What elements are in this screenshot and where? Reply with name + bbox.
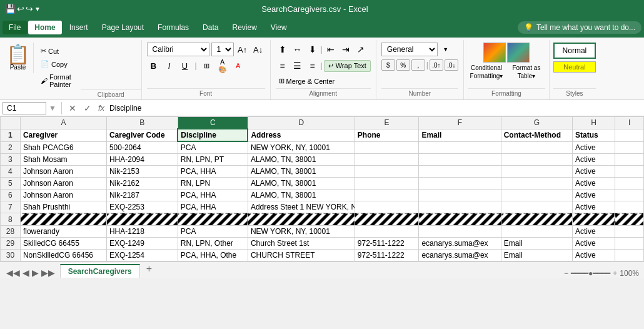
cell-h30[interactable]: Active — [572, 250, 615, 261]
cell-f3[interactable] — [419, 154, 501, 166]
col-header-d[interactable]: D — [248, 117, 355, 129]
cell-e6[interactable] — [355, 190, 419, 201]
cell-e5[interactable] — [355, 178, 419, 190]
confirm-formula-icon[interactable]: ✓ — [82, 103, 93, 113]
cell-a30[interactable]: NonSkilledCG 66456 — [20, 250, 106, 261]
cell-d6[interactable]: ALAMO, TN, 38001 — [248, 190, 355, 201]
cell-b6[interactable]: Nik-2187 — [106, 190, 178, 201]
copy-button[interactable]: 📄 Copy — [38, 58, 74, 70]
cell-d30[interactable]: CHURCH STREET — [248, 250, 355, 261]
cell-b5[interactable]: Nik-2162 — [106, 178, 178, 190]
cell-i4[interactable] — [615, 166, 644, 178]
paste-button[interactable]: 📋 Paste — [3, 43, 34, 73]
menu-file[interactable]: File — [3, 21, 27, 34]
menu-formulas[interactable]: Formulas — [151, 21, 195, 34]
decrease-decimal-btn[interactable]: .0↓ — [445, 59, 458, 71]
col-header-b[interactable]: B — [106, 117, 178, 129]
cell-h5[interactable]: Active — [572, 178, 615, 190]
zoom-in-btn[interactable]: + — [613, 269, 617, 278]
cell-g6[interactable] — [501, 190, 572, 201]
cell-d5[interactable]: ALAMO, TN, 38001 — [248, 178, 355, 190]
undo-icon[interactable]: ↩ — [17, 4, 24, 14]
cell-e28[interactable] — [355, 226, 419, 238]
cell-b29[interactable]: EXQ-1249 — [106, 238, 178, 250]
cell-c29[interactable]: RN, LPN, Other — [178, 238, 248, 250]
cell-f2[interactable] — [419, 141, 501, 154]
cell-e30[interactable]: 972-511-1222 — [355, 250, 419, 261]
bold-button[interactable]: B — [147, 59, 161, 73]
number-format-dropdown[interactable]: ▼ — [439, 43, 453, 56]
cell-g28[interactable] — [501, 226, 572, 238]
cell-e4[interactable] — [355, 166, 419, 178]
cell-g7[interactable] — [501, 201, 572, 213]
cell-c1[interactable]: Discipline — [178, 129, 248, 141]
cell-i29[interactable] — [615, 238, 644, 250]
cell-f29[interactable]: ecanarys.suma@ex — [419, 238, 501, 250]
menu-data[interactable]: Data — [196, 21, 224, 34]
zoom-out-btn[interactable]: − — [564, 269, 568, 278]
neutral-style-button[interactable]: Neutral — [553, 61, 596, 73]
cell-b2[interactable]: 500-2064 — [106, 141, 178, 154]
align-middle-btn[interactable]: ↔ — [291, 43, 304, 56]
cell-b3[interactable]: HHA-2094 — [106, 154, 178, 166]
cell-c28[interactable]: PCA — [178, 226, 248, 238]
align-top-btn[interactable]: ⬆ — [276, 43, 289, 56]
formula-input[interactable] — [109, 104, 641, 113]
cell-h2[interactable]: Active — [572, 141, 615, 154]
cell-i3[interactable] — [615, 154, 644, 166]
cell-a6[interactable]: Johnson Aaron — [20, 190, 106, 201]
align-bottom-btn[interactable]: ⬇ — [306, 43, 319, 56]
cell-i28[interactable] — [615, 226, 644, 238]
cell-c3[interactable]: RN, LPN, PT — [178, 154, 248, 166]
col-header-a[interactable]: A — [20, 117, 106, 129]
cell-c6[interactable]: PCA, HHA — [178, 190, 248, 201]
save-icon[interactable]: 💾 — [5, 4, 16, 14]
cell-i7[interactable] — [615, 201, 644, 213]
cell-e1[interactable]: Phone — [355, 129, 419, 141]
cell-f7[interactable] — [419, 201, 501, 213]
italic-button[interactable]: I — [163, 59, 176, 73]
cell-e3[interactable] — [355, 154, 419, 166]
cell-e2[interactable] — [355, 141, 419, 154]
cell-a3[interactable]: Shah Mosam — [20, 154, 106, 166]
cell-g2[interactable] — [501, 141, 572, 154]
comma-btn[interactable]: , — [411, 59, 425, 71]
cell-f1[interactable]: Email — [419, 129, 501, 141]
cell-i30[interactable] — [615, 250, 644, 261]
cancel-formula-icon[interactable]: ✕ — [67, 103, 78, 113]
col-header-g[interactable]: G — [501, 117, 572, 129]
cell-c7[interactable]: PCA, HHA — [178, 201, 248, 213]
cell-e7[interactable] — [355, 201, 419, 213]
align-left-btn[interactable]: ≡ — [276, 59, 289, 73]
font-name-select[interactable]: Calibri — [147, 43, 209, 56]
cell-a7[interactable]: Shah Prushthi — [20, 201, 106, 213]
cell-c2[interactable]: PCA — [178, 141, 248, 154]
cell-b30[interactable]: EXQ-1254 — [106, 250, 178, 261]
decrease-font-btn[interactable]: A↓ — [251, 43, 265, 56]
cell-g30[interactable]: Email — [501, 250, 572, 261]
format-painter-button[interactable]: 🖌 Format Painter — [38, 71, 74, 90]
cell-c5[interactable]: RN, LPN — [178, 178, 248, 190]
align-center-btn[interactable]: ☰ — [291, 59, 304, 73]
quick-access-dropdown-icon[interactable]: ▼ — [34, 6, 41, 13]
col-header-h[interactable]: H — [572, 117, 615, 129]
normal-style-button[interactable]: Normal — [553, 43, 596, 59]
cell-h29[interactable]: Active — [572, 238, 615, 250]
cell-f5[interactable] — [419, 178, 501, 190]
increase-font-btn[interactable]: A↑ — [236, 43, 249, 56]
wrap-text-button[interactable]: ↵ Wrap Text — [324, 60, 371, 72]
orientation-btn[interactable]: ↗ — [354, 43, 368, 56]
name-box-dropdown[interactable]: ▼ — [49, 104, 56, 113]
font-color-btn[interactable]: A — [231, 59, 245, 73]
merge-center-button[interactable]: ⊞ Merge & Center — [276, 75, 338, 87]
increase-decimal-btn[interactable]: .0↑ — [430, 59, 443, 71]
indent-decrease-btn[interactable]: ⇤ — [324, 43, 338, 56]
cell-h28[interactable]: Active — [572, 226, 615, 238]
cell-a5[interactable]: Johnson Aaron — [20, 178, 106, 190]
cell-h4[interactable]: Active — [572, 166, 615, 178]
cell-c4[interactable]: PCA, HHA — [178, 166, 248, 178]
cell-a1[interactable]: Caregiver — [20, 129, 106, 141]
cell-g1[interactable]: Contact-Method — [501, 129, 572, 141]
sheet-tab-searchcaregivers[interactable]: SearchCaregivers — [60, 264, 140, 278]
cell-a4[interactable]: Johnson Aaron — [20, 166, 106, 178]
